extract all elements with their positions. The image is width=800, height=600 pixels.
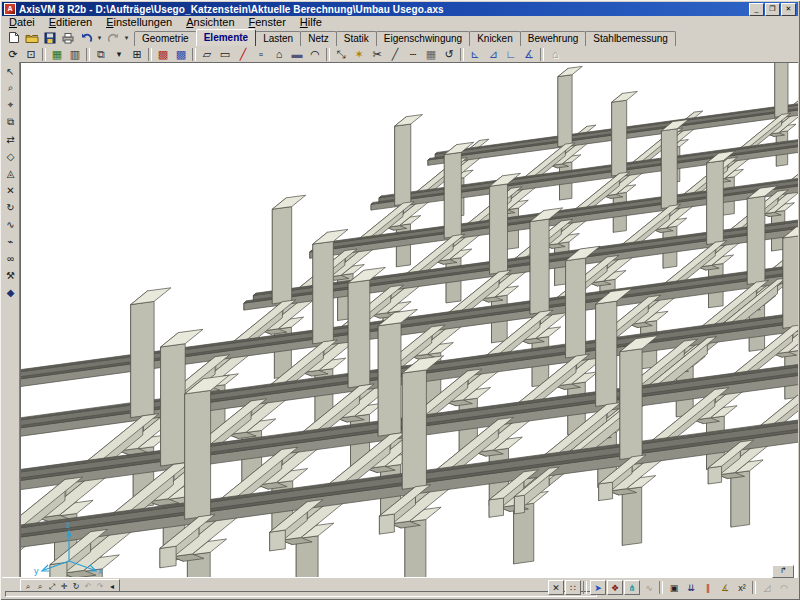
tab-stahlbemessung[interactable]: Stahlbemessung <box>585 31 676 46</box>
menu-fenster[interactable]: Fenster <box>242 16 293 29</box>
menu-datei[interactable]: Datei <box>2 16 42 29</box>
line-thin-icon[interactable]: ╱ <box>386 47 404 61</box>
drawing-area[interactable]: xyz <box>20 62 798 579</box>
curve-snap-icon[interactable]: ∿ <box>641 580 657 595</box>
file-toolbar: ▾▾ <box>2 29 134 46</box>
home-view-icon[interactable]: ⌂ <box>546 47 564 61</box>
rotate-tool-icon[interactable]: ◬ <box>3 165 18 181</box>
model-3d-view[interactable]: xyz <box>21 63 798 579</box>
layer-manager-icon[interactable]: ⧉ <box>92 47 110 61</box>
tab-lasten[interactable]: Lasten <box>255 31 301 46</box>
parts-select-icon[interactable]: ❖ <box>607 580 623 595</box>
flip-tool-icon[interactable]: ↻ <box>3 199 18 215</box>
grid-snap-icon[interactable]: ∷ <box>565 580 581 595</box>
separator <box>86 48 90 61</box>
separator <box>540 48 544 61</box>
new-file-button[interactable] <box>5 30 23 45</box>
torch-render-icon[interactable]: ⌁ <box>3 233 18 249</box>
parts-blue-icon[interactable]: ▩ <box>172 47 190 61</box>
title-bar[interactable]: A AxisVM 8 R2b - D:\Aufträge\Usego_Katze… <box>2 2 798 16</box>
level-bars-icon[interactable]: ∥ <box>700 580 716 595</box>
tab-statik[interactable]: Statik <box>336 31 377 46</box>
app-icon: A <box>4 3 16 15</box>
angle-corner-icon[interactable]: ∟ <box>502 47 520 61</box>
parts-red-icon[interactable]: ▩ <box>154 47 172 61</box>
polygon-draw-icon[interactable]: ▱ <box>198 47 216 61</box>
line-red-icon[interactable]: ╱ <box>234 47 252 61</box>
refresh-icon[interactable]: ⟳ <box>4 47 22 61</box>
copy-paste-icon[interactable]: ⧉ <box>3 114 18 130</box>
angle-perp-icon[interactable]: ⊾ <box>466 47 484 61</box>
save-file-button[interactable] <box>41 30 59 45</box>
redo-button[interactable] <box>104 30 122 45</box>
menu-editieren[interactable]: Editieren <box>42 16 99 29</box>
dome-tool-icon[interactable]: ◠ <box>306 47 324 61</box>
separator <box>583 581 587 594</box>
move-tool-icon[interactable]: ◇ <box>3 148 18 164</box>
tab-knicken[interactable]: Knicken <box>469 31 521 46</box>
workplane-icon[interactable]: ▣ <box>666 580 682 595</box>
separator <box>192 48 196 61</box>
module-tabs: GeometrieElementeLastenNetzStatikEigensc… <box>134 29 675 46</box>
close-button[interactable]: ✕ <box>781 3 796 16</box>
menu-bar: DateiEditierenEinstellungenAnsichtenFens… <box>2 16 798 29</box>
display-options-icon[interactable]: ⊞ <box>128 47 146 61</box>
status-field <box>5 591 597 597</box>
redo-dropdown[interactable]: ▾ <box>122 30 131 45</box>
property-tables-icon[interactable]: ▥ <box>66 47 84 61</box>
rotate-3d-icon[interactable]: ↺ <box>440 47 458 61</box>
tab-netz[interactable]: Netz <box>300 31 337 46</box>
dropdown-arrow-icon[interactable]: ▾ <box>110 47 128 61</box>
mesh-region-icon[interactable]: ▫ <box>252 47 270 61</box>
roof-tool-icon[interactable]: ⌂ <box>270 47 288 61</box>
tab-bewehrung[interactable]: Bewehrung <box>520 31 587 46</box>
table-browser-icon[interactable]: ▦ <box>48 47 66 61</box>
node-snap-icon[interactable]: ✕ <box>548 580 564 595</box>
tab-elemente[interactable]: Elemente <box>196 29 256 46</box>
protractor-icon[interactable]: ∡ <box>717 580 733 595</box>
tab-eigenschwingung[interactable]: Eigenschwingung <box>376 31 470 46</box>
branch-snap-icon[interactable]: ⋔ <box>624 580 640 595</box>
open-file-button[interactable] <box>23 30 41 45</box>
select-cursor-icon[interactable]: ↖ <box>3 63 18 79</box>
minimize-button[interactable]: _ <box>749 3 764 16</box>
spring-element-icon[interactable]: ∿ <box>3 216 18 232</box>
print-button[interactable] <box>59 30 77 45</box>
node-tool-icon[interactable]: ✶ <box>350 47 368 61</box>
angle-measure-icon[interactable]: ∡ <box>520 47 538 61</box>
separator <box>42 48 46 61</box>
cursor-id-icon[interactable]: ➤ <box>590 580 606 595</box>
screen-copy-icon[interactable]: ⊡ <box>22 47 40 61</box>
separator <box>752 581 756 594</box>
menu-ansichten[interactable]: Ansichten <box>179 16 241 29</box>
menu-einstellungen[interactable]: Einstellungen <box>99 16 179 29</box>
polygon-hole-icon[interactable]: ▭ <box>216 47 234 61</box>
small-grid-icon[interactable]: ▦ <box>422 47 440 61</box>
delete-tool-icon[interactable]: ✕ <box>3 182 18 198</box>
coordinate-jack-icon[interactable]: ⌖ <box>3 97 18 113</box>
exponent-format-icon[interactable]: x² <box>734 580 750 595</box>
angle-tri-icon[interactable]: ⊿ <box>484 47 502 61</box>
undo-button[interactable] <box>77 30 95 45</box>
undo-dropdown[interactable]: ▾ <box>95 30 104 45</box>
wrench-settings-icon[interactable]: ⚒ <box>3 267 18 283</box>
detach-panel-button[interactable]: ↱ <box>772 565 794 578</box>
cut-tool-icon[interactable]: ✂ <box>368 47 386 61</box>
line-dashed-icon[interactable]: ┄ <box>404 47 422 61</box>
diamond-mode-icon[interactable]: ◆ <box>3 284 18 300</box>
restore-button[interactable]: ❐ <box>765 3 780 16</box>
slope-tool-icon[interactable]: ◿ <box>759 580 775 595</box>
separator <box>659 581 663 594</box>
separator <box>460 48 464 61</box>
status-toolbar: ✕∷➤❖⋔∿▣⇊∥∡x²◿◠ <box>547 580 792 595</box>
parts-switch-icon[interactable]: ⇄ <box>3 131 18 147</box>
zoom-tool-icon[interactable]: ⌕ <box>3 80 18 96</box>
menu-hilfe[interactable]: Hilfe <box>293 16 329 29</box>
translate-icon[interactable]: ⤡ <box>332 47 350 61</box>
arc-tool-icon[interactable]: ◠ <box>776 580 792 595</box>
dim-arrows-icon[interactable]: ⇊ <box>683 580 699 595</box>
element-toolbar: ⟳⊡▦▥⧉▾⊞▩▩▱▭╱▫⌂▬◠⤡✶✂╱┄▦↺⊾⊿∟∡⌂ <box>2 46 798 63</box>
tab-geometrie[interactable]: Geometrie <box>134 31 197 46</box>
beam-element-icon[interactable]: ▬ <box>288 47 306 61</box>
glasses-view-icon[interactable]: ∞ <box>3 250 18 266</box>
